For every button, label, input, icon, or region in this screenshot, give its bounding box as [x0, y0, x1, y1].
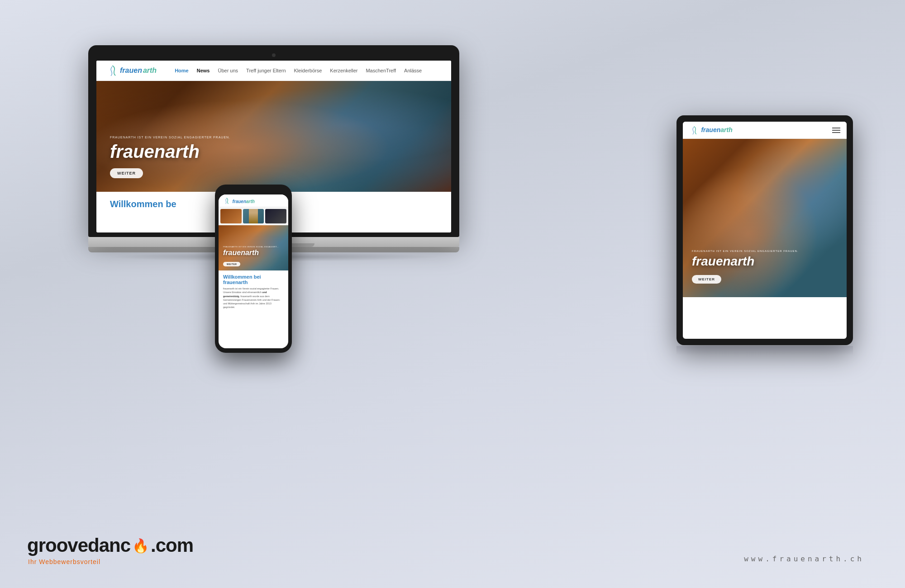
nav-item-news[interactable]: News	[197, 68, 210, 73]
phone-thumb-2	[243, 209, 264, 223]
logo-arth: arth	[143, 66, 157, 75]
tablet-logo: frauenarth	[689, 125, 733, 135]
phone-thumbnail-row	[219, 207, 288, 225]
laptop-navbar: frauenarth Home News Über uns Treff jung…	[96, 61, 451, 81]
groovedance-tagline: Ihr Webbewerbsvorteil	[27, 558, 193, 565]
groovedance-text-com: .com	[151, 535, 193, 556]
hamburger-menu-icon[interactable]	[832, 128, 840, 133]
tablet-reflection	[676, 346, 853, 355]
logo-swoosh-icon	[106, 64, 119, 77]
phone-screen: frauenarth FRAUENARTH IST EIN VEREIN SOZ…	[219, 194, 288, 348]
phone-logo: frauenarth	[223, 197, 255, 205]
hamburger-line-1	[832, 128, 840, 128]
groovedance-text-first: groovedanc	[27, 535, 130, 556]
nav-item-anlaesse[interactable]: Anlässe	[404, 68, 422, 73]
phone-thumb-3	[265, 209, 286, 223]
nav-item-home[interactable]: Home	[175, 68, 189, 73]
nav-item-maschen[interactable]: MaschenTreff	[366, 68, 396, 73]
logo-frauen: frauen	[120, 66, 142, 75]
tablet-weiter-button[interactable]: WEITER	[692, 275, 721, 284]
nav-item-kleider[interactable]: Kleiderbörse	[294, 68, 322, 73]
phone-welcome-text-1: frauenarth ist ein Verein sozial engagie…	[223, 287, 279, 294]
phone-logo-text: frauen	[232, 199, 246, 204]
hero-weiter-button[interactable]: WEITER	[110, 168, 143, 178]
phone-logo-arth-text: arth	[246, 199, 255, 204]
bottom-branding: groovedanc 🔥 .com Ihr Webbewerbsvorteil	[27, 535, 193, 565]
phone-hero-section: FRAUENARTH IST EIN VEREIN SOZIAL ENGAGIE…	[219, 225, 288, 270]
website-url: www.frauenarth.ch	[744, 555, 864, 563]
hamburger-line-2	[832, 130, 840, 131]
tablet-bezel: frauenarth FRAUENARTH IST EIN VEREIN SOZ…	[676, 115, 853, 345]
laptop-nav-links: Home News Über uns Treff junger Eltern K…	[175, 68, 422, 73]
tablet-logo-arth-text: arth	[720, 126, 732, 133]
phone-navbar: frauenarth	[219, 194, 288, 207]
nav-item-treff[interactable]: Treff junger Eltern	[246, 68, 286, 73]
hero-title: frauenarth	[110, 142, 230, 162]
phone-hero-subtitle: FRAUENARTH IST EIN VEREIN SOZIAL ENGAGIE…	[223, 246, 279, 248]
tablet-logo-text: frauen	[701, 126, 720, 133]
hero-content: FRAUENARTH IST EIN VEREIN SOZIAL ENGAGIE…	[110, 136, 230, 178]
phone-weiter-button[interactable]: WEITER	[223, 262, 240, 266]
phone-notch	[242, 189, 265, 193]
phone-welcome-section: Willkommen bei frauenarth frauenarth ist…	[219, 270, 288, 313]
phone-hero-title: frauenarth	[223, 249, 279, 257]
laptop-camera	[272, 53, 276, 57]
hamburger-line-3	[832, 132, 840, 133]
phone-bezel: frauenarth FRAUENARTH IST EIN VEREIN SOZ…	[215, 185, 292, 353]
phone-thumb-person-image	[249, 209, 258, 223]
flame-icon: 🔥	[132, 538, 149, 554]
laptop-hero-section: FRAUENARTH IST EIN VEREIN SOZIAL ENGAGIE…	[96, 81, 451, 192]
tablet-navbar: frauenarth	[683, 122, 847, 139]
tablet-hero-subtitle: FRAUENARTH IST EIN VEREIN SOZIAL ENGAGIE…	[692, 250, 798, 252]
phone-welcome-text: frauenarth ist ein Verein sozial engagie…	[223, 287, 284, 309]
laptop-logo: frauenarth	[105, 64, 157, 77]
tablet-hero-section: FRAUENARTH IST EIN VEREIN SOZIAL ENGAGIE…	[683, 139, 847, 297]
tablet-screen: frauenarth FRAUENARTH IST EIN VEREIN SOZ…	[683, 122, 847, 339]
phone-device: frauenarth FRAUENARTH IST EIN VEREIN SOZ…	[215, 185, 292, 353]
hero-subtitle: FRAUENARTH IST EIN VEREIN SOZIAL ENGAGIE…	[110, 136, 230, 139]
phone-thumb-1	[220, 209, 242, 223]
nav-item-uber-uns[interactable]: Über uns	[218, 68, 238, 73]
tablet-device: frauenarth FRAUENARTH IST EIN VEREIN SOZ…	[676, 115, 853, 355]
nav-item-kerzen[interactable]: Kerzenkeller	[330, 68, 357, 73]
phone-logo-icon	[223, 197, 230, 204]
tablet-hero-title: frauenarth	[692, 254, 798, 269]
tablet-hero-content: FRAUENARTH IST EIN VEREIN SOZIAL ENGAGIE…	[692, 250, 798, 284]
tablet-logo-icon	[689, 125, 699, 135]
phone-hero-content: FRAUENARTH IST EIN VEREIN SOZIAL ENGAGIE…	[223, 246, 279, 267]
groovedance-logo: groovedanc 🔥 .com	[27, 535, 193, 556]
phone-welcome-title: Willkommen bei frauenarth	[223, 274, 284, 285]
